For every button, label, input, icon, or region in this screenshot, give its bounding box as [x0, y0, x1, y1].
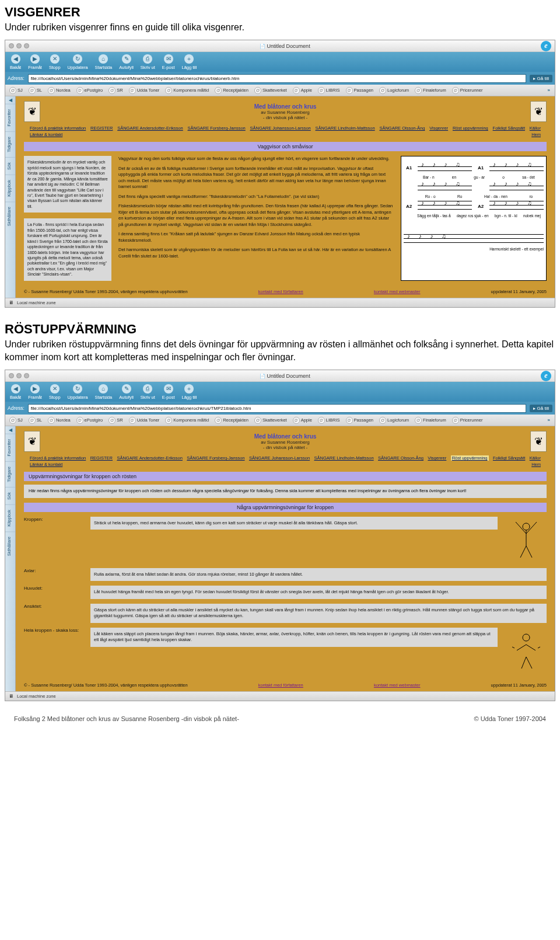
nav-link[interactable]: SÅNGARE Andersdotter-Eriksson — [117, 126, 183, 131]
bookmark[interactable]: SL — [27, 416, 44, 424]
bookmark[interactable]: Logicforum — [377, 416, 411, 424]
stop-button[interactable]: ✕Stopp — [47, 54, 63, 71]
bookmark[interactable]: Apple — [291, 86, 314, 95]
window-zoom-icon[interactable] — [24, 373, 29, 378]
bookmark[interactable]: ePostgiro — [75, 416, 105, 424]
footer-link-webmaster[interactable]: kontakt med webmaster — [374, 683, 421, 688]
sidetab-sok[interactable]: Sök — [5, 157, 15, 175]
sidetab-klippbok[interactable]: Klippbok — [5, 504, 15, 531]
back-button[interactable]: ◀Bakåt — [8, 54, 23, 71]
bookmark[interactable]: Finaleforum — [413, 86, 448, 95]
nav-link[interactable]: Förord & praktisk information — [30, 455, 86, 461]
footer-link-webmaster[interactable]: kontakt med webmaster — [374, 289, 421, 294]
window-close-icon[interactable] — [9, 373, 14, 378]
nav-link[interactable]: Länkar & kontakt — [30, 132, 62, 137]
bookmark[interactable]: Nordea — [46, 86, 72, 95]
nav-link[interactable]: Förord & praktisk information — [30, 126, 86, 131]
bookmark[interactable]: Skatteverket — [253, 86, 289, 95]
forward-button[interactable]: ▶Framåt — [26, 54, 44, 71]
nav-link[interactable]: SÅNGARE Olsson-Ång — [379, 126, 425, 131]
nav-link[interactable]: Folkligt Sångsätt — [493, 126, 525, 131]
sidetab-arrow-icon[interactable]: ◀ — [5, 426, 15, 434]
bookmark[interactable]: Receptjakten — [213, 416, 250, 424]
refresh-button[interactable]: ↻Uppdatera — [65, 384, 90, 401]
home-button[interactable]: ⌂Startsida — [93, 54, 115, 71]
home-button[interactable]: ⌂Startsida — [93, 384, 115, 401]
bookmark[interactable]: SR — [107, 86, 124, 95]
nav-link[interactable]: REGISTER — [90, 126, 113, 131]
nav-link[interactable]: Hem — [531, 462, 541, 467]
address-input[interactable] — [28, 404, 527, 413]
address-input[interactable] — [28, 74, 527, 83]
nav-link[interactable]: Folkligt Sångsätt — [493, 455, 525, 461]
mail-button[interactable]: ✉E-post — [160, 384, 177, 401]
nav-link[interactable]: SÅNGARE Andersdotter-Eriksson — [117, 455, 183, 461]
nav-link[interactable]: Länkar & kontakt — [30, 462, 62, 467]
nav-link-active[interactable]: Röst uppvärmning — [451, 455, 489, 461]
nav-link[interactable]: Röst uppvärmning — [453, 126, 488, 131]
nav-link[interactable]: Visgenrer — [428, 455, 446, 461]
bookmark[interactable]: Nordea — [46, 416, 72, 424]
bookmark[interactable]: Komponera måltid — [163, 86, 211, 95]
forward-button[interactable]: ▶Framåt — [26, 384, 44, 401]
back-button[interactable]: ◀Bakåt — [8, 384, 23, 401]
nav-link[interactable]: Hem — [531, 132, 541, 137]
bookmark[interactable]: Finaleforum — [413, 416, 448, 424]
mail-button[interactable]: ✉E-post — [160, 54, 177, 71]
bookmark[interactable]: Logicforum — [377, 86, 411, 95]
bookmark[interactable]: Pricerunner — [450, 416, 485, 424]
bookmarks-more-icon[interactable]: » — [545, 88, 552, 93]
bookmark[interactable]: SJ — [8, 416, 24, 424]
footer-link-author[interactable]: kontakt med författaren — [258, 289, 303, 294]
window-zoom-icon[interactable] — [24, 43, 29, 48]
nav-link[interactable]: SÅNGARE Johansson-Larsson — [249, 455, 310, 461]
nav-link[interactable]: Källor — [530, 455, 541, 461]
print-button[interactable]: ⎙Skriv ut — [138, 54, 158, 71]
autofill-button[interactable]: ✎Autofyll — [117, 54, 136, 71]
print-button[interactable]: ⎙Skriv ut — [138, 384, 158, 401]
sidetab-sidhallare[interactable]: Sidhållare — [5, 531, 15, 560]
bookmark[interactable]: LIBRIS — [316, 86, 342, 95]
nav-link[interactable]: SÅNGARE Lindholm-Mattsson — [316, 126, 375, 131]
bookmark[interactable]: SJ — [8, 86, 24, 95]
autofill-button[interactable]: ✎Autofyll — [117, 384, 136, 401]
sidetab-tidigare[interactable]: Tidigare — [5, 461, 15, 487]
nav-link[interactable]: SÅNGARE Lindholm-Mattsson — [314, 455, 373, 461]
bookmark[interactable]: Receptjakten — [213, 86, 250, 95]
bookmark[interactable]: Udda Toner — [127, 86, 162, 95]
nav-link[interactable]: SÅNGARE Forsberg-Jansson — [188, 126, 246, 131]
footer-link-author[interactable]: kontakt med författaren — [258, 683, 303, 688]
bookmark[interactable]: Passagen — [344, 416, 375, 424]
bookmarks-more-icon[interactable]: » — [545, 417, 552, 423]
nav-link[interactable]: Källor — [530, 126, 541, 131]
go-button[interactable]: ▸ Gå till — [530, 75, 552, 82]
refresh-button[interactable]: ↻Uppdatera — [65, 54, 90, 71]
nav-link[interactable]: REGISTER — [90, 455, 113, 461]
bookmark[interactable]: Apple — [291, 416, 314, 424]
window-close-icon[interactable] — [9, 43, 14, 48]
bookmark[interactable]: Komponera måltid — [163, 416, 211, 424]
sidetab-sidhallare[interactable]: Sidhållare — [5, 201, 15, 231]
sidetab-tidigare[interactable]: Tidigare — [5, 131, 15, 157]
bookmark[interactable]: ePostgiro — [75, 86, 105, 95]
window-min-icon[interactable] — [16, 373, 22, 378]
nav-link[interactable]: SÅNGARE Olsson-Ång — [378, 455, 424, 461]
bookmark[interactable]: SL — [27, 86, 44, 95]
nav-link[interactable]: SÅNGARE Johansson-Larsson — [250, 126, 311, 131]
bookmark[interactable]: SR — [107, 416, 124, 424]
addfav-button[interactable]: ＋Lägg till — [180, 54, 200, 71]
bookmark[interactable]: LIBRIS — [316, 416, 342, 424]
addfav-button[interactable]: ＋Lägg till — [180, 384, 200, 401]
sidetab-klippbok[interactable]: Klippbok — [5, 175, 15, 201]
bookmark[interactable]: Passagen — [344, 86, 375, 95]
bookmark[interactable]: Pricerunner — [450, 86, 485, 95]
go-button[interactable]: ▸ Gå till — [530, 405, 552, 412]
bookmark[interactable]: Skatteverket — [253, 416, 289, 424]
nav-link[interactable]: Visgenrer — [429, 126, 448, 131]
sidetab-arrow-icon[interactable]: ◀ — [5, 96, 15, 104]
sidetab-sok[interactable]: Sök — [5, 487, 15, 504]
sidetab-favoriter[interactable]: Favoriter — [5, 104, 15, 131]
nav-link[interactable]: SÅNGARE Forsberg-Jansson — [187, 455, 244, 461]
window-min-icon[interactable] — [16, 43, 22, 48]
bookmark[interactable]: Udda Toner — [127, 416, 162, 424]
